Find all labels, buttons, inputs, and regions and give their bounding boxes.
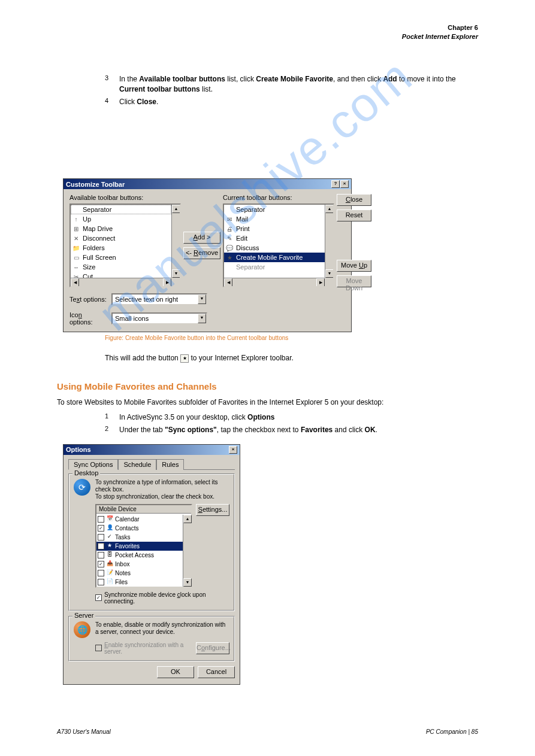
clock-checkbox[interactable]: ✓: [95, 594, 102, 601]
list-item[interactable]: 📁Folders: [71, 243, 171, 253]
step-num: 1: [105, 412, 113, 420]
move-down-button[interactable]: Move Down: [337, 275, 371, 287]
item-label: Cut: [83, 273, 93, 278]
item-icon: 📝: [106, 569, 113, 576]
help-button[interactable]: ?: [331, 180, 340, 188]
item-icon: 📥: [106, 560, 113, 567]
item-label: Size: [83, 263, 95, 271]
reset-button[interactable]: Reset: [337, 210, 371, 221]
section-intro: To store Websites to Mobile Favorites su…: [57, 397, 478, 408]
list-item[interactable]: ▭Full Screen: [71, 253, 171, 262]
list-item[interactable]: 📄Files: [96, 578, 183, 587]
item-icon: ✎: [225, 234, 234, 242]
item-icon: ✓: [106, 533, 113, 541]
available-list[interactable]: Separator↑Up⊞Map Drive✕Disconnect📁Folder…: [69, 204, 181, 287]
item-icon: ★: [225, 253, 234, 262]
scrollbar-v[interactable]: ▲▼: [171, 205, 180, 278]
item-icon: ✉: [225, 215, 234, 223]
current-list[interactable]: Separator✉Mail🖨Print✎Edit💬Discuss★Create…: [223, 204, 334, 287]
item-label: Calendar: [115, 516, 140, 523]
list-item[interactable]: 🗄Pocket Access: [96, 551, 183, 560]
server-group: Server 🌐 To enable, disable or modify sy…: [68, 616, 235, 661]
sync-hint: To synchronize a type of information, se…: [95, 479, 229, 500]
footer-left: A730 User's Manual: [57, 728, 111, 735]
list-item[interactable]: ✉Mail: [224, 214, 325, 224]
list-item[interactable]: 💬Discuss: [224, 243, 325, 253]
item-checkbox[interactable]: [98, 579, 104, 585]
add-button[interactable]: Add >: [183, 232, 220, 244]
list-item[interactable]: Separator: [224, 262, 325, 272]
list-item[interactable]: ↑Up: [71, 214, 171, 224]
tab-rules[interactable]: Rules: [156, 459, 184, 470]
step-text: In the Available toolbar buttons list, c…: [119, 74, 478, 95]
list-item[interactable]: ✎Edit: [224, 233, 325, 243]
item-label: Edit: [236, 235, 247, 242]
list-item[interactable]: ✓📥Inbox: [96, 560, 183, 569]
item-checkbox[interactable]: [98, 534, 104, 541]
scrollbar-h[interactable]: ◀▶: [224, 278, 325, 286]
settings-button[interactable]: Settings...: [196, 504, 229, 516]
move-up-button[interactable]: Move Up: [337, 260, 371, 272]
item-icon: ✂: [72, 272, 80, 278]
list-header: Mobile Device: [96, 505, 191, 514]
item-label: Print: [236, 225, 250, 232]
cancel-button[interactable]: Cancel: [198, 666, 235, 678]
list-item[interactable]: ✕Disconnect: [71, 233, 171, 243]
item-checkbox[interactable]: ✓: [98, 525, 104, 532]
list-item[interactable]: ✂Cut: [71, 272, 171, 278]
scrollbar-v[interactable]: ▲ ▼: [183, 515, 191, 587]
item-checkbox[interactable]: ✓: [98, 543, 104, 549]
list-item[interactable]: ⊞Map Drive: [71, 224, 171, 233]
item-label: Mail: [236, 215, 248, 223]
step-num: 2: [105, 425, 113, 432]
ok-button[interactable]: OK: [157, 666, 194, 678]
item-checkbox[interactable]: [98, 570, 104, 576]
scrollbar-h[interactable]: ◀▶: [71, 278, 171, 286]
item-icon: ↑: [72, 215, 80, 223]
list-item[interactable]: ✓Tasks: [96, 533, 183, 542]
item-label: Discuss: [236, 244, 259, 251]
item-icon: ★: [106, 542, 113, 549]
enable-server-checkbox: [95, 645, 102, 651]
titlebar: Options ×: [64, 445, 240, 455]
item-checkbox[interactable]: [98, 516, 104, 523]
remove-button[interactable]: <- Remove: [183, 247, 220, 259]
list-item[interactable]: ✓★Favorites: [96, 542, 183, 551]
text-options-combo[interactable]: Selective text on right▼: [111, 293, 207, 305]
close-title-button[interactable]: ×: [229, 446, 237, 454]
item-label: Separator: [83, 206, 111, 213]
list-item[interactable]: 📅Calendar: [96, 515, 183, 524]
current-label: Current toolbar buttons:: [223, 194, 334, 201]
dialog-title: Options: [66, 446, 91, 453]
list-item[interactable]: 📝Notes: [96, 569, 183, 578]
list-item[interactable]: Separator: [224, 205, 325, 214]
scrollbar-v[interactable]: ▲▼: [325, 205, 333, 278]
list-item[interactable]: ↔Size: [71, 262, 171, 272]
item-checkbox[interactable]: ✓: [98, 561, 104, 567]
list-item[interactable]: Separator: [71, 205, 171, 214]
customize-toolbar-dialog: Customize Toolbar ? × Available toolbar …: [63, 178, 352, 332]
group-label: Desktop: [72, 469, 100, 476]
item-icon: 📄: [106, 578, 113, 585]
icon-options-combo[interactable]: Small icons▼: [111, 312, 207, 324]
item-icon: [225, 205, 234, 214]
device-list[interactable]: Mobile Device 📅Calendar✓👤Contacts✓Tasks✓…: [95, 504, 192, 588]
configure-button: Configure...: [196, 642, 229, 654]
figure-caption: Figure: Create Mobile Favorite button in…: [105, 335, 478, 341]
close-button[interactable]: Close: [337, 194, 371, 206]
tab-sync-options[interactable]: Sync Options: [68, 459, 118, 470]
item-checkbox[interactable]: [98, 552, 104, 558]
tab-schedule[interactable]: Schedule: [118, 459, 156, 470]
chapter-label: Chapter 6: [448, 24, 478, 31]
item-icon: 🗄: [106, 551, 113, 558]
step-text: Click Close.: [119, 97, 478, 107]
item-label: Create Mobile Favorite: [236, 254, 303, 261]
item-icon: ⊞: [72, 224, 80, 233]
clock-label: Synchronize mobile device clock upon con…: [104, 591, 229, 605]
list-item[interactable]: ★Create Mobile Favorite: [224, 253, 325, 262]
list-item[interactable]: 🖨Print: [224, 224, 325, 233]
close-title-button[interactable]: ×: [340, 180, 349, 188]
item-icon: 📅: [106, 515, 113, 523]
item-icon: ✕: [72, 234, 80, 242]
list-item[interactable]: ✓👤Contacts: [96, 524, 183, 533]
